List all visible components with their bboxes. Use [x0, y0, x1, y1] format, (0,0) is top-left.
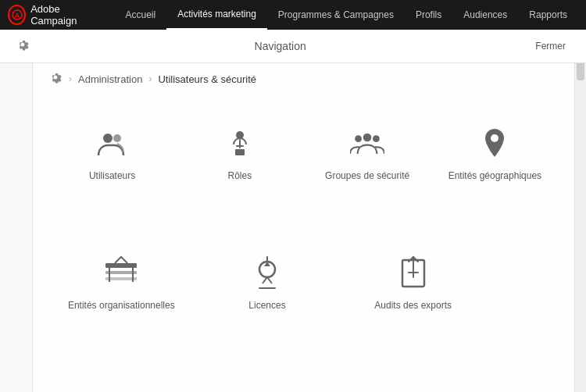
licences-label: Licences	[248, 300, 285, 312]
brand-name: Adobe Campaign	[30, 3, 98, 27]
svg-point-6	[355, 135, 362, 142]
groupes-securite-icon	[350, 123, 384, 162]
settings-icon[interactable]	[16, 37, 30, 55]
breadcrumb-sep-2: ›	[148, 73, 152, 84]
breadcrumb: › Administration › Utilisateurs & sécuri…	[33, 58, 574, 100]
svg-text:A: A	[14, 12, 20, 20]
nav-panel[interactable]: › Administration › Utilisateurs & sécuri…	[33, 58, 574, 392]
nav-accueil[interactable]: Accueil	[114, 0, 166, 30]
nav-close-button[interactable]: Fermer	[531, 39, 570, 53]
entites-geo-icon	[477, 123, 512, 162]
grid-item-utilisateurs[interactable]: Utilisateurs	[48, 108, 176, 198]
brand[interactable]: A Adobe Campaign	[8, 3, 98, 27]
scrollbar-track[interactable]	[574, 30, 586, 392]
entites-org-icon	[104, 253, 138, 292]
svg-point-8	[373, 135, 380, 142]
top-navbar: A Adobe Campaign Accueil Activités marke…	[0, 0, 586, 30]
brand-icon: A	[8, 5, 26, 25]
utilisateurs-icon	[95, 123, 130, 162]
audits-exports-label: Audits des exports	[374, 300, 452, 312]
utilisateurs-label: Utilisateurs	[89, 170, 135, 183]
nav-profils[interactable]: Profils	[405, 0, 452, 30]
grid-item-entites-geo[interactable]: Entités géographiques	[431, 108, 559, 198]
entites-org-label: Entités organisationnelles	[68, 300, 175, 312]
breadcrumb-home-icon[interactable]	[48, 70, 63, 87]
svg-rect-14	[132, 266, 134, 282]
svg-point-7	[363, 134, 372, 142]
grid-item-licences[interactable]: Licences	[195, 237, 341, 328]
svg-rect-13	[109, 266, 110, 282]
nav-overlay-header: Navigation Fermer	[0, 30, 586, 63]
items-grid-row1: Utilisateurs Rôles	[33, 100, 574, 214]
roles-label: Rôles	[228, 170, 252, 183]
left-sidebar-strip	[0, 58, 33, 392]
nav-activites[interactable]: Activités marketing	[166, 0, 267, 30]
groupes-securite-label: Groupes de sécurité	[325, 170, 409, 183]
roles-icon	[223, 123, 257, 162]
nav-programmes[interactable]: Programmes & Campagnes	[267, 0, 405, 30]
main-nav: Accueil Activités marketing Programmes &…	[114, 0, 578, 30]
grid-item-audits-exports[interactable]: Audits des exports	[340, 237, 486, 328]
items-grid-row2: Entités organisationnelles Licences	[33, 230, 502, 344]
grid-item-entites-org[interactable]: Entités organisationnelles	[48, 237, 195, 328]
svg-rect-5	[235, 149, 245, 155]
entites-geo-label: Entités géographiques	[448, 170, 541, 183]
breadcrumb-sep-1: ›	[69, 73, 72, 84]
audits-exports-icon	[396, 253, 431, 292]
licences-icon	[250, 253, 284, 292]
nav-audiences[interactable]: Audiences	[452, 0, 518, 30]
grid-item-roles[interactable]: Rôles	[176, 108, 303, 198]
svg-point-9	[491, 134, 498, 142]
grid-item-groupes-securite[interactable]: Groupes de sécurité	[304, 108, 431, 198]
breadcrumb-administration[interactable]: Administration	[78, 73, 142, 85]
nav-overlay-title: Navigation	[30, 40, 531, 52]
svg-point-2	[103, 134, 113, 143]
breadcrumb-current: Utilisateurs & sécurité	[158, 73, 256, 85]
svg-point-3	[113, 134, 121, 142]
nav-rapports[interactable]: Rapports	[518, 0, 578, 30]
